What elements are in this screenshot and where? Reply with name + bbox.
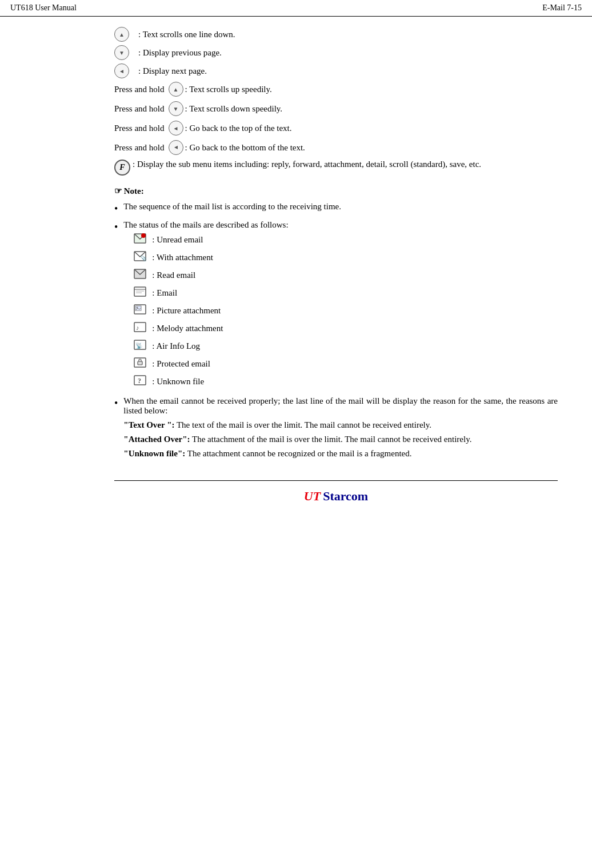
status-item-protected: : Protected email — [134, 356, 288, 371]
unread-email-icon — [134, 232, 146, 247]
read-email-label: : Read email — [152, 270, 195, 280]
press-hold-label-1: Press and hold — [114, 85, 165, 94]
header-right: E-Mail 7-15 — [542, 3, 582, 13]
press-hold-icon-2 — [169, 101, 183, 116]
header-left: UT618 User Manual — [10, 3, 77, 13]
press-hold-desc-2: : Text scrolls down speedily. — [185, 104, 283, 114]
bullet-content-3: When the email cannot be received proper… — [123, 396, 558, 463]
icon-row-next-page: : Display next page. — [114, 63, 558, 78]
attachedover-desc: The attachment of the mail is over the l… — [192, 435, 471, 444]
note-bullet-3: • When the email cannot be received prop… — [114, 396, 558, 463]
press-hold-icon-4 — [169, 140, 183, 155]
footer-logo: UT Starcom — [114, 489, 558, 504]
press-hold-desc-4: : Go back to the bottom of the text. — [185, 143, 305, 153]
email-icon — [134, 285, 146, 300]
with-attachment-icon: 📎 — [134, 250, 146, 265]
bullet-text-2: The status of the mails are described as… — [123, 220, 288, 230]
logo-starcom: Starcom — [323, 489, 368, 504]
status-list: : Unread email 📎 : With attachment — [134, 232, 288, 389]
f-icon: F — [114, 160, 130, 176]
scroll-down-icon — [114, 27, 129, 42]
picture-attachment-label: : Picture attachment — [152, 306, 221, 316]
status-item-airinfo: 📡 : Air Info Log — [134, 339, 288, 353]
svg-rect-1 — [141, 233, 146, 238]
bullet-dot-3: • — [114, 397, 118, 410]
icon-row-scroll-down: : Text scrolls one line down. — [114, 27, 558, 42]
press-hold-label-4: Press and hold — [114, 143, 165, 153]
unknownfile-desc: The attachment cannot be recognized or t… — [187, 449, 412, 458]
func-row: F : Display the sub menu items including… — [114, 160, 558, 176]
bullet-text-3: When the email cannot be received proper… — [123, 396, 558, 416]
icon-row-prev-page: : Display previous page. — [114, 45, 558, 60]
scroll-down-desc: : Text scrolls one line down. — [138, 30, 235, 39]
unknown-file-icon: ? — [134, 374, 146, 389]
with-attachment-label: : With attachment — [152, 253, 213, 262]
email-label: : Email — [152, 288, 177, 298]
press-hold-label-2: Press and hold — [114, 104, 165, 114]
bullet-dot-1: • — [114, 202, 118, 216]
sub-note-textover: "Text Over ": The text of the mail is ov… — [123, 420, 558, 430]
bullet-dot-2: • — [114, 221, 118, 234]
note-bullet-2: • The status of the mails are described … — [114, 220, 558, 392]
note-bullet-1: • The sequence of the mail list is accor… — [114, 202, 558, 216]
logo-ut: UT — [304, 489, 321, 504]
picture-attachment-icon — [134, 303, 146, 318]
svg-rect-17 — [138, 361, 142, 365]
status-item-read: : Read email — [134, 268, 288, 282]
melody-attachment-label: : Melody attachment — [152, 324, 223, 333]
press-hold-row-2: Press and hold : Text scrolls down speed… — [114, 101, 558, 116]
note-header: ☞ Note: — [114, 186, 558, 196]
bullet-content-2: The status of the mails are described as… — [123, 220, 288, 392]
next-page-icon — [114, 63, 129, 78]
press-hold-desc-1: : Text scrolls up speedily. — [185, 85, 272, 94]
main-content: : Text scrolls one line down. : Display … — [0, 17, 592, 514]
status-item-attachment: 📎 : With attachment — [134, 250, 288, 265]
status-item-email: : Email — [134, 285, 288, 300]
unknownfile-term: "Unknown file": — [123, 449, 185, 458]
textover-desc: The text of the mail is over the limit. … — [177, 420, 431, 429]
protected-email-icon — [134, 356, 146, 371]
protected-email-label: : Protected email — [152, 359, 210, 369]
page-header: UT618 User Manual E-Mail 7-15 — [0, 0, 592, 17]
air-info-label: : Air Info Log — [152, 341, 200, 351]
textover-term: "Text Over ": — [123, 420, 174, 429]
svg-text:?: ? — [138, 377, 141, 385]
press-hold-icon-3 — [169, 121, 183, 136]
read-email-icon — [134, 268, 146, 282]
press-hold-row-3: Press and hold : Go back to the top of t… — [114, 121, 558, 136]
press-hold-label-3: Press and hold — [114, 124, 165, 133]
status-item-unknown: ? : Unknown file — [134, 374, 288, 389]
note-section: ☞ Note: • The sequence of the mail list … — [114, 186, 558, 463]
footer: UT Starcom — [114, 480, 558, 504]
status-item-unread: : Unread email — [134, 232, 288, 247]
prev-page-desc: : Display previous page. — [138, 48, 222, 58]
svg-text:♪: ♪ — [136, 324, 139, 331]
bullet-text-1: The sequence of the mail list is accordi… — [123, 202, 341, 212]
press-hold-icon-1 — [169, 82, 183, 97]
svg-text:📡: 📡 — [135, 342, 143, 349]
press-hold-desc-3: : Go back to the top of the text. — [185, 124, 292, 133]
next-page-desc: : Display next page. — [138, 66, 207, 76]
status-item-melody: ♪ : Melody attachment — [134, 321, 288, 336]
sub-notes: "Text Over ": The text of the mail is ov… — [123, 420, 558, 459]
status-item-picture: : Picture attachment — [134, 303, 288, 318]
press-hold-row-4: Press and hold : Go back to the bottom o… — [114, 140, 558, 155]
attachedover-term: "Attached Over": — [123, 435, 190, 444]
func-row-text: : Display the sub menu items including: … — [133, 160, 481, 169]
prev-page-icon — [114, 45, 129, 60]
unknown-file-label: : Unknown file — [152, 377, 204, 387]
svg-text:📎: 📎 — [141, 255, 146, 262]
melody-attachment-icon: ♪ — [134, 321, 146, 336]
air-info-icon: 📡 — [134, 339, 146, 353]
svg-rect-5 — [134, 287, 146, 296]
sub-note-attachedover: "Attached Over": The attachment of the m… — [123, 435, 558, 444]
sub-note-unknownfile: "Unknown file": The attachment cannot be… — [123, 449, 558, 459]
unread-email-label: : Unread email — [152, 235, 203, 245]
press-hold-row-1: Press and hold : Text scrolls up speedil… — [114, 82, 558, 97]
